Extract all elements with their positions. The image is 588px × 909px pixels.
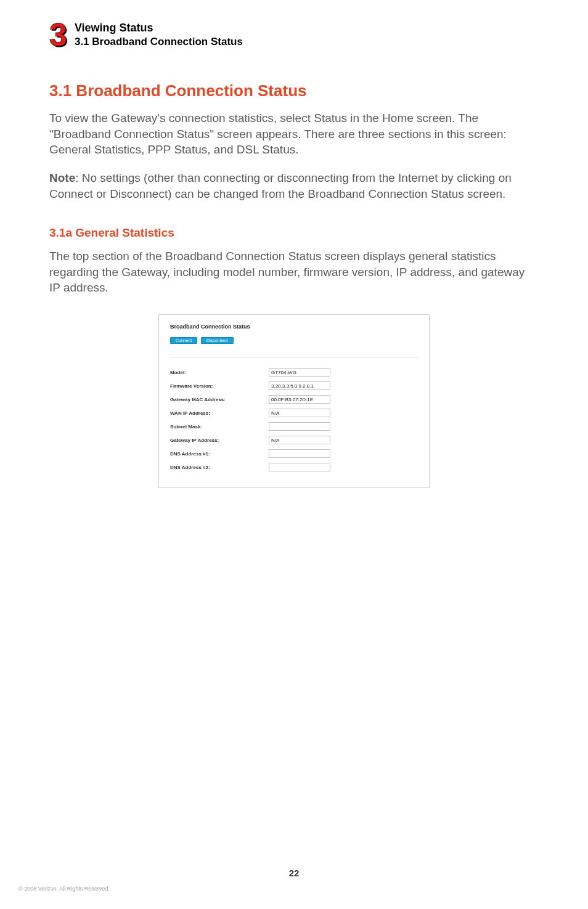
input-firmware[interactable] bbox=[269, 381, 330, 390]
subsection-title: 3.1a General Statistics bbox=[49, 226, 539, 240]
row-dns2: DNS Address #2: bbox=[170, 463, 418, 471]
disconnect-button[interactable]: Disconnect bbox=[201, 337, 234, 344]
row-gwip: Gateway IP Address: bbox=[170, 436, 418, 444]
note-paragraph: Note: No settings (other than connecting… bbox=[49, 170, 539, 202]
row-firmware: Firmware Version: bbox=[170, 381, 418, 390]
row-subnet: Subnet Mask: bbox=[170, 422, 418, 431]
section-title: 3.1 Broadband Connection Status bbox=[49, 81, 539, 100]
chapter-number-icon: 3 bbox=[49, 18, 67, 51]
note-text: : No settings (other than connecting or … bbox=[49, 171, 512, 200]
page-number: 22 bbox=[0, 868, 588, 878]
intro-paragraph: To view the Gateway's connection statist… bbox=[49, 110, 539, 158]
input-subnet[interactable] bbox=[269, 422, 330, 431]
panel-button-row: Connect Disconnect bbox=[170, 337, 418, 344]
label-dns2: DNS Address #2: bbox=[170, 465, 269, 470]
general-stats-paragraph: The top section of the Broadband Connect… bbox=[49, 248, 539, 296]
page-content: 3 Viewing Status 3.1 Broadband Connectio… bbox=[0, 0, 588, 525]
label-firmware: Firmware Version: bbox=[170, 383, 269, 389]
note-label: Note bbox=[49, 171, 75, 184]
panel-title: Broadband Connection Status bbox=[170, 324, 418, 330]
page-header: 3 Viewing Status 3.1 Broadband Connectio… bbox=[49, 18, 539, 51]
input-wanip[interactable] bbox=[269, 409, 330, 417]
label-model: Model: bbox=[170, 370, 269, 375]
connect-button[interactable]: Connect bbox=[170, 337, 197, 344]
input-dns2[interactable] bbox=[269, 463, 330, 471]
label-subnet: Subnet Mask: bbox=[170, 424, 269, 430]
input-dns1[interactable] bbox=[269, 449, 330, 458]
header-line1: Viewing Status bbox=[75, 22, 243, 35]
row-dns1: DNS Address #1: bbox=[170, 449, 418, 458]
row-wanip: WAN IP Address: bbox=[170, 409, 418, 417]
row-mac: Gateway MAC Address: bbox=[170, 395, 418, 404]
label-mac: Gateway MAC Address: bbox=[170, 397, 269, 402]
header-text: Viewing Status 3.1 Broadband Connection … bbox=[75, 22, 243, 48]
input-mac[interactable] bbox=[269, 395, 330, 404]
label-gwip: Gateway IP Address: bbox=[170, 438, 269, 443]
panel-divider bbox=[170, 357, 418, 358]
input-gwip[interactable] bbox=[269, 436, 330, 444]
copyright: © 2008 Verizon. All Rights Reserved. bbox=[18, 886, 110, 892]
label-wanip: WAN IP Address: bbox=[170, 410, 269, 416]
header-line2: 3.1 Broadband Connection Status bbox=[75, 36, 243, 48]
label-dns1: DNS Address #1: bbox=[170, 451, 269, 457]
row-model: Model: bbox=[170, 368, 418, 377]
input-model[interactable] bbox=[269, 368, 330, 377]
connection-status-panel: Broadband Connection Status Connect Disc… bbox=[158, 314, 430, 488]
